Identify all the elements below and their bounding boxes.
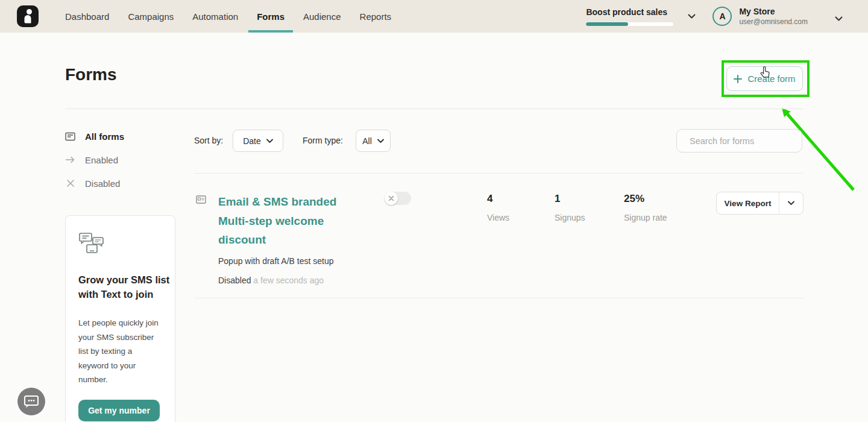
stat-value: 4 <box>487 193 509 205</box>
form-enabled-toggle[interactable] <box>385 192 411 205</box>
omnisend-logo[interactable] <box>17 5 39 27</box>
stat-label: Views <box>487 213 509 222</box>
view-report-split-button: View Report <box>716 192 804 215</box>
search-forms-box[interactable] <box>676 129 802 153</box>
sidebar-item-label: All forms <box>85 131 124 142</box>
stat-label: Signup rate <box>624 213 667 222</box>
sidebar-item-label: Disabled <box>85 178 120 189</box>
stat-value: 1 <box>555 193 585 205</box>
nav-dashboard[interactable]: Dashboard <box>57 0 118 33</box>
sort-dropdown-value: Date <box>243 136 261 146</box>
stat-views: 4 Views <box>487 193 509 222</box>
toggle-knob <box>385 192 398 205</box>
x-icon <box>65 179 75 187</box>
forms-filter-sidebar: All forms Enabled Disabled <box>65 129 177 200</box>
form-type-dropdown-value: All <box>362 136 372 146</box>
form-type-dropdown[interactable]: All <box>356 130 391 152</box>
chat-launcher-button[interactable] <box>17 388 45 415</box>
omnisend-logo-icon <box>17 6 38 27</box>
sms-promo-card: Grow your SMS list with Text to join Let… <box>65 215 175 422</box>
nav-campaigns[interactable]: Campaigns <box>119 0 182 33</box>
sms-chat-icon <box>78 230 162 257</box>
filter-bar: Sort by: Date Form type: All <box>194 129 803 153</box>
chevron-down-icon <box>377 139 384 143</box>
page-title: Forms <box>65 65 117 84</box>
sidebar-item-all-forms[interactable]: All forms <box>65 129 177 143</box>
stat-label: Signups <box>555 213 585 222</box>
chat-bubble-icon <box>24 394 39 409</box>
sidebar-item-enabled[interactable]: Enabled <box>65 153 177 167</box>
row-divider <box>194 298 803 298</box>
form-status-line: Disabled a few seconds ago <box>218 276 324 285</box>
popup-form-icon <box>196 195 206 206</box>
view-report-button[interactable]: View Report <box>717 192 779 214</box>
arrow-right-icon <box>65 156 75 164</box>
form-title-link[interactable]: Email & SMS branded Multi-step welcome d… <box>218 192 342 250</box>
chevron-down-icon <box>788 201 794 206</box>
sms-card-body: Let people quickly join your SMS subscri… <box>78 316 164 387</box>
forms-list-icon <box>65 132 75 141</box>
stat-value: 25% <box>624 193 667 205</box>
forms-page: Dashboard Campaigns Automation Forms Aud… <box>0 0 868 422</box>
forms-list-area: Sort by: Date Form type: All <box>194 0 803 422</box>
filter-divider <box>194 173 803 174</box>
form-type-label: Form type: <box>303 136 343 145</box>
search-input[interactable] <box>690 136 802 146</box>
sidebar-item-label: Enabled <box>85 155 118 165</box>
account-chevron-down-icon[interactable] <box>835 13 843 24</box>
form-description: Popup with draft A/B test setup <box>218 256 333 266</box>
stat-signups: 1 Signups <box>555 193 585 222</box>
stat-signup-rate: 25% Signup rate <box>624 193 667 222</box>
status-badge: Disabled <box>218 276 251 285</box>
view-report-menu-button[interactable] <box>779 192 803 214</box>
sort-by-label: Sort by: <box>194 136 223 145</box>
sms-card-title: Grow your SMS list with Text to join <box>78 272 175 301</box>
get-my-number-button[interactable]: Get my number <box>78 400 160 421</box>
chevron-down-icon <box>266 139 273 143</box>
sidebar-item-disabled[interactable]: Disabled <box>65 176 177 191</box>
sort-dropdown[interactable]: Date <box>233 130 283 152</box>
toggle-off-x-icon <box>388 195 394 201</box>
status-timestamp: a few seconds ago <box>251 276 324 285</box>
